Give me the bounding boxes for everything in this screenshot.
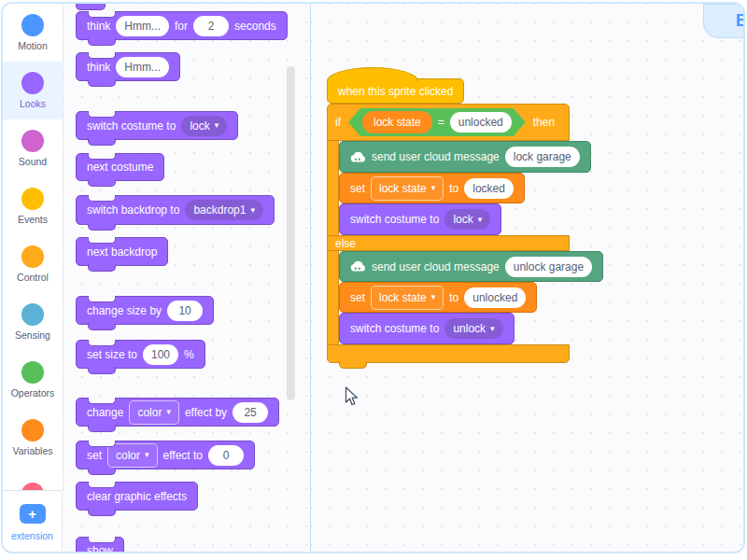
category-sidebar: Motion Looks Sound Events Control Sensin…: [3, 4, 63, 490]
block-label: effect to: [163, 450, 203, 461]
block-switch-backdrop[interactable]: switch backdrop to backdrop1 ▾: [76, 195, 275, 225]
block-next-backdrop[interactable]: next backdrop: [76, 237, 168, 266]
sidebar-item-variables[interactable]: Variables: [3, 409, 63, 467]
message-input[interactable]: lock garage: [505, 147, 580, 167]
number-input[interactable]: 10: [167, 301, 203, 321]
block-next-costume[interactable]: next costume: [76, 153, 164, 181]
dropdown-value: lock: [190, 120, 209, 132]
sidebar-item-operators[interactable]: Operators: [3, 351, 63, 409]
block-label: switch backdrop to: [87, 204, 179, 216]
block-send-cloud-message-lock[interactable]: send user cloud message lock garage: [339, 141, 591, 173]
sidebar-item-sensing[interactable]: Sensing: [3, 293, 63, 351]
block-label: to: [449, 292, 458, 303]
category-label: Looks: [20, 98, 46, 109]
block-set-effect[interactable]: set color ▾ effect to 0: [76, 441, 255, 469]
chevron-down-icon: ▾: [431, 293, 436, 301]
control-category-icon: [21, 245, 44, 268]
if-keyword: if: [335, 117, 341, 128]
sidebar-item-looks[interactable]: Looks: [3, 62, 63, 119]
script-else-bar[interactable]: else: [327, 235, 570, 251]
effect-dropdown[interactable]: color ▾: [129, 400, 179, 425]
number-input[interactable]: 2: [193, 16, 229, 36]
variable-pill-lock-state[interactable]: lock state: [362, 111, 432, 133]
sidebar-item-motion[interactable]: Motion: [3, 4, 63, 62]
chevron-down-icon: ▾: [490, 325, 495, 333]
block-label: clear graphic effects: [87, 491, 187, 502]
variable-dropdown[interactable]: lock state ▾: [371, 176, 444, 201]
block-send-cloud-message-unlock[interactable]: send user cloud message unlock garage: [339, 251, 603, 282]
chevron-down-icon: ▾: [431, 184, 436, 192]
then-keyword: then: [533, 117, 555, 128]
number-input[interactable]: 0: [208, 445, 244, 466]
value-input[interactable]: locked: [464, 178, 514, 199]
costume-dropdown[interactable]: lock ▾: [444, 209, 490, 230]
sidebar-item-sound[interactable]: Sound: [3, 119, 63, 177]
block-set-size[interactable]: set size to 100 %: [76, 340, 205, 369]
dropdown-value: lock: [453, 214, 472, 225]
sidebar-item-events[interactable]: Events: [3, 177, 63, 235]
value-input[interactable]: unlocked: [464, 287, 526, 308]
variable-dropdown[interactable]: lock state ▾: [371, 286, 444, 310]
extension-label: extension: [11, 530, 53, 541]
text-input[interactable]: Hmm...: [116, 16, 169, 36]
block-set-variable-locked[interactable]: set lock state ▾ to locked: [339, 173, 525, 203]
category-label: Sensing: [15, 329, 50, 341]
block-label: switch costume to: [350, 323, 439, 334]
script-if-block-top[interactable]: if lock state = unlocked then: [327, 104, 570, 141]
block-label: to: [449, 183, 458, 194]
app-frame: think Hmm... for 2 seconds think Hmm... …: [1, 2, 745, 553]
script-hat-when-sprite-clicked[interactable]: when this sprite clicked: [327, 78, 464, 104]
effect-dropdown[interactable]: color ▾: [107, 443, 158, 468]
block-label: for: [175, 21, 188, 32]
block-label: when this sprite clicked: [338, 86, 453, 97]
sidebar-item-control[interactable]: Control: [3, 235, 63, 293]
dropdown-value: color: [137, 407, 162, 418]
backpack-corner-tab[interactable]: B: [703, 4, 745, 38]
costume-dropdown[interactable]: lock ▾: [181, 116, 227, 136]
block-label: switch costume to: [87, 120, 176, 132]
condition-value-input[interactable]: unlocked: [450, 112, 512, 133]
block-show[interactable]: show: [76, 537, 124, 553]
block-switch-costume[interactable]: switch costume to lock ▾: [76, 111, 238, 140]
number-input[interactable]: 100: [143, 344, 178, 365]
block-think-for-seconds[interactable]: think Hmm... for 2 seconds: [76, 11, 288, 40]
add-extension-button[interactable]: +: [20, 504, 46, 524]
number-input[interactable]: 25: [233, 402, 268, 423]
looks-category-icon: [21, 72, 44, 94]
category-label: Events: [18, 214, 48, 225]
block-label: set: [87, 450, 102, 461]
motion-category-icon: [21, 14, 44, 36]
block-change-effect[interactable]: change color ▾ effect by 25: [76, 398, 279, 427]
sidebar-item-my-blocks[interactable]: [3, 467, 63, 490]
block-think[interactable]: think Hmm...: [76, 52, 180, 81]
block-label: think: [87, 21, 110, 32]
block-clear-graphic-effects[interactable]: clear graphic effects: [76, 482, 198, 511]
message-input[interactable]: unlock garage: [505, 257, 592, 277]
costume-dropdown[interactable]: unlock ▾: [444, 318, 502, 339]
script-if-block-bottom[interactable]: [327, 344, 570, 363]
category-label: Motion: [18, 40, 48, 51]
block-label: seconds: [234, 21, 276, 32]
backdrop-dropdown[interactable]: backdrop1 ▾: [185, 200, 263, 220]
block-switch-costume-unlock[interactable]: switch costume to unlock ▾: [339, 313, 514, 344]
block-label: show: [87, 545, 113, 553]
dropdown-value: unlock: [453, 323, 486, 334]
text-input[interactable]: Hmm...: [116, 57, 169, 77]
block-switch-costume-lock[interactable]: switch costume to lock ▾: [339, 203, 501, 235]
condition-equals-hexagon[interactable]: lock state = unlocked: [348, 108, 526, 136]
chevron-down-icon: ▾: [250, 206, 255, 215]
my-blocks-category-icon: [21, 483, 44, 490]
category-label: Variables: [13, 445, 53, 456]
block-change-size[interactable]: change size by 10: [76, 296, 214, 325]
palette-scrollbar[interactable]: [287, 66, 295, 400]
chevron-down-icon: ▾: [166, 408, 171, 416]
block-set-variable-unlocked[interactable]: set lock state ▾ to unlocked: [339, 282, 537, 313]
block-label: next costume: [87, 161, 153, 173]
block-label: change size by: [87, 305, 162, 316]
sensing-category-icon: [21, 303, 44, 326]
block-label: set: [350, 183, 365, 194]
dropdown-value: backdrop1: [193, 204, 246, 216]
scratch-editor: think Hmm... for 2 seconds think Hmm... …: [0, 0, 747, 560]
block-label: %: [184, 349, 194, 360]
corner-tab-label: B: [736, 11, 745, 31]
